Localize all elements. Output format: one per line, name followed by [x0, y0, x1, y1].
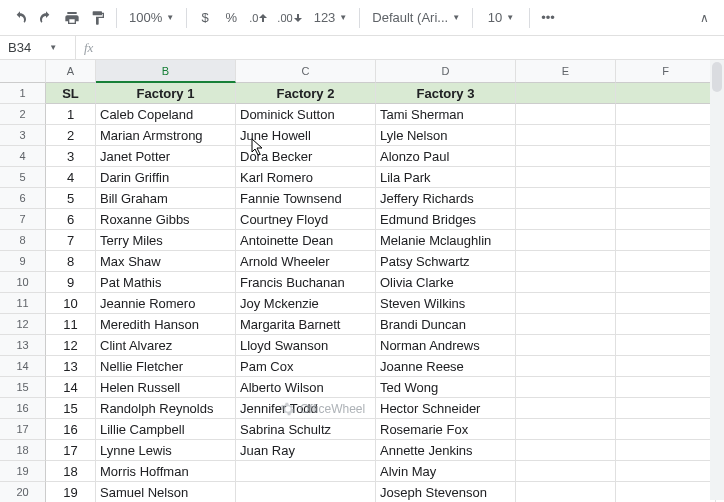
cell-B1[interactable]: Factory 1	[96, 83, 236, 104]
cell-E16[interactable]	[516, 398, 616, 419]
cell-E7[interactable]	[516, 209, 616, 230]
cell-D19[interactable]: Alvin May	[376, 461, 516, 482]
cell-C17[interactable]: Sabrina Schultz	[236, 419, 376, 440]
cell-F13[interactable]	[616, 335, 716, 356]
row-header[interactable]: 18	[0, 440, 46, 461]
cell-C2[interactable]: Dominick Sutton	[236, 104, 376, 125]
undo-button[interactable]	[8, 5, 32, 31]
cell-A13[interactable]: 12	[46, 335, 96, 356]
cell-F3[interactable]	[616, 125, 716, 146]
cell-B6[interactable]: Bill Graham	[96, 188, 236, 209]
cell-E12[interactable]	[516, 314, 616, 335]
vertical-scrollbar[interactable]	[710, 60, 724, 500]
more-formats-dropdown[interactable]: 123▼	[308, 5, 354, 31]
cell-F15[interactable]	[616, 377, 716, 398]
cell-C13[interactable]: Lloyd Swanson	[236, 335, 376, 356]
row-header[interactable]: 3	[0, 125, 46, 146]
name-box[interactable]: B34▼	[0, 36, 76, 59]
cell-A15[interactable]: 14	[46, 377, 96, 398]
row-header[interactable]: 17	[0, 419, 46, 440]
cell-B14[interactable]: Nellie Fletcher	[96, 356, 236, 377]
cell-A18[interactable]: 17	[46, 440, 96, 461]
cell-B17[interactable]: Lillie Campbell	[96, 419, 236, 440]
cell-C1[interactable]: Factory 2	[236, 83, 376, 104]
cell-A1[interactable]: SL	[46, 83, 96, 104]
cell-D17[interactable]: Rosemarie Fox	[376, 419, 516, 440]
cell-A7[interactable]: 6	[46, 209, 96, 230]
cell-F20[interactable]	[616, 482, 716, 502]
cell-C15[interactable]: Alberto Wilson	[236, 377, 376, 398]
row-header[interactable]: 19	[0, 461, 46, 482]
cell-E5[interactable]	[516, 167, 616, 188]
cell-F10[interactable]	[616, 272, 716, 293]
cell-C4[interactable]: Dora Becker	[236, 146, 376, 167]
cell-A9[interactable]: 8	[46, 251, 96, 272]
cell-F9[interactable]	[616, 251, 716, 272]
row-header[interactable]: 2	[0, 104, 46, 125]
cell-A8[interactable]: 7	[46, 230, 96, 251]
cell-A19[interactable]: 18	[46, 461, 96, 482]
cell-B11[interactable]: Jeannie Romero	[96, 293, 236, 314]
cell-A10[interactable]: 9	[46, 272, 96, 293]
cell-F17[interactable]	[616, 419, 716, 440]
cell-E11[interactable]	[516, 293, 616, 314]
cell-A3[interactable]: 2	[46, 125, 96, 146]
cell-D2[interactable]: Tami Sherman	[376, 104, 516, 125]
column-header-C[interactable]: C	[236, 60, 376, 83]
cell-B5[interactable]: Darin Griffin	[96, 167, 236, 188]
row-header[interactable]: 10	[0, 272, 46, 293]
cell-E9[interactable]	[516, 251, 616, 272]
cell-A14[interactable]: 13	[46, 356, 96, 377]
cell-B8[interactable]: Terry Miles	[96, 230, 236, 251]
cell-F12[interactable]	[616, 314, 716, 335]
cell-E10[interactable]	[516, 272, 616, 293]
cell-F18[interactable]	[616, 440, 716, 461]
cell-D16[interactable]: Hector Schneider	[376, 398, 516, 419]
cell-C18[interactable]: Juan Ray	[236, 440, 376, 461]
cell-F7[interactable]	[616, 209, 716, 230]
cell-E18[interactable]	[516, 440, 616, 461]
cell-B20[interactable]: Samuel Nelson	[96, 482, 236, 502]
font-size-dropdown[interactable]: 10▼	[479, 5, 523, 31]
cell-A11[interactable]: 10	[46, 293, 96, 314]
cell-B3[interactable]: Marian Armstrong	[96, 125, 236, 146]
cell-B7[interactable]: Roxanne Gibbs	[96, 209, 236, 230]
cell-C20[interactable]	[236, 482, 376, 502]
cell-E17[interactable]	[516, 419, 616, 440]
row-header[interactable]: 15	[0, 377, 46, 398]
cell-D20[interactable]: Joseph Stevenson	[376, 482, 516, 502]
increase-decimal-button[interactable]: .00	[273, 5, 305, 31]
cell-F11[interactable]	[616, 293, 716, 314]
cell-D7[interactable]: Edmund Bridges	[376, 209, 516, 230]
format-currency-button[interactable]: $	[193, 5, 217, 31]
font-dropdown[interactable]: Default (Ari...▼	[366, 5, 466, 31]
cell-E3[interactable]	[516, 125, 616, 146]
cell-F5[interactable]	[616, 167, 716, 188]
cell-B10[interactable]: Pat Mathis	[96, 272, 236, 293]
cell-C11[interactable]: Joy Mckenzie	[236, 293, 376, 314]
more-button[interactable]: •••	[536, 5, 560, 31]
cell-D8[interactable]: Melanie Mclaughlin	[376, 230, 516, 251]
zoom-dropdown[interactable]: 100%▼	[123, 5, 180, 31]
cell-B16[interactable]: Randolph Reynolds	[96, 398, 236, 419]
cell-D1[interactable]: Factory 3	[376, 83, 516, 104]
cell-A6[interactable]: 5	[46, 188, 96, 209]
cell-C7[interactable]: Courtney Floyd	[236, 209, 376, 230]
cell-F6[interactable]	[616, 188, 716, 209]
redo-button[interactable]	[34, 5, 58, 31]
cell-B13[interactable]: Clint Alvarez	[96, 335, 236, 356]
cell-A20[interactable]: 19	[46, 482, 96, 502]
row-header[interactable]: 20	[0, 482, 46, 502]
row-header[interactable]: 13	[0, 335, 46, 356]
cell-B9[interactable]: Max Shaw	[96, 251, 236, 272]
cell-E19[interactable]	[516, 461, 616, 482]
cell-D4[interactable]: Alonzo Paul	[376, 146, 516, 167]
cell-B15[interactable]: Helen Russell	[96, 377, 236, 398]
cell-F1[interactable]	[616, 83, 716, 104]
cell-D12[interactable]: Brandi Duncan	[376, 314, 516, 335]
cell-A12[interactable]: 11	[46, 314, 96, 335]
cell-C14[interactable]: Pam Cox	[236, 356, 376, 377]
cell-C12[interactable]: Margarita Barnett	[236, 314, 376, 335]
row-header[interactable]: 5	[0, 167, 46, 188]
cell-C10[interactable]: Francis Buchanan	[236, 272, 376, 293]
